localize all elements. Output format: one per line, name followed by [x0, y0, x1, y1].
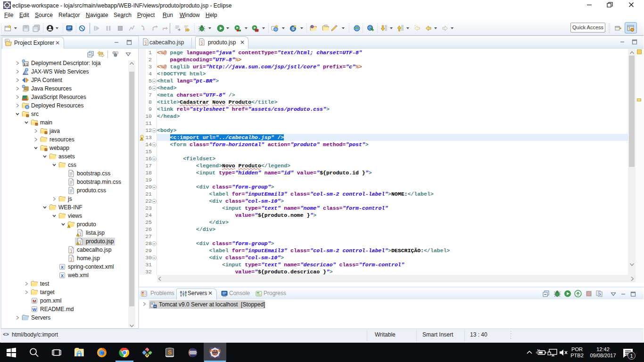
svg-text:J: J — [80, 233, 82, 236]
svg-text:JAVA EE: JAVA EE — [209, 349, 221, 353]
svg-text:J: J — [201, 42, 203, 45]
svg-text:J: J — [70, 258, 72, 262]
svg-text:W: W — [33, 307, 37, 312]
svg-text:X: X — [61, 265, 64, 270]
svg-text:J: J — [145, 42, 147, 45]
svg-text:J: J — [70, 250, 72, 253]
svg-text:X: X — [61, 273, 64, 278]
svg-text:3.1: 3.1 — [24, 63, 28, 66]
svg-text:S: S — [168, 349, 172, 356]
svg-text:J: J — [80, 241, 82, 245]
svg-text:IDE: IDE — [213, 353, 218, 356]
svg-text:M: M — [33, 299, 36, 304]
